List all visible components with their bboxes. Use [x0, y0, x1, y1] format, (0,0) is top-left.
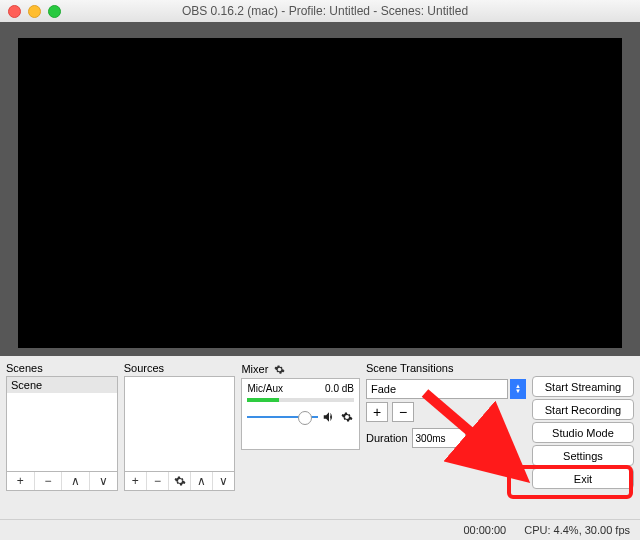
gear-icon[interactable]: [272, 362, 286, 376]
scene-item[interactable]: Scene: [7, 377, 117, 393]
controls-column: Start Streaming Start Recording Studio M…: [532, 362, 634, 491]
mixer-channel-name: Mic/Aux: [247, 383, 283, 394]
sources-list[interactable]: [124, 376, 236, 472]
start-streaming-button[interactable]: Start Streaming: [532, 376, 634, 397]
transition-remove-button[interactable]: −: [392, 402, 414, 422]
duration-row: Duration 300ms ▴▾: [366, 427, 526, 449]
mixer-label: Mixer: [241, 362, 360, 376]
transitions-label: Scene Transitions: [366, 362, 526, 374]
status-bar: 00:00:00 CPU: 4.4%, 30.00 fps: [0, 519, 640, 540]
scenes-remove-button[interactable]: −: [35, 472, 63, 490]
transitions-panel: Scene Transitions Fade ▲▼ + − Duration 3…: [366, 362, 526, 491]
studio-mode-button[interactable]: Studio Mode: [532, 422, 634, 443]
video-preview[interactable]: [18, 38, 622, 348]
status-cpu: CPU: 4.4%, 30.00 fps: [524, 524, 630, 536]
mixer-slider-row: [247, 410, 354, 424]
mixer-channel-level: 0.0 dB: [325, 383, 354, 394]
right-column: Scene Transitions Fade ▲▼ + − Duration 3…: [366, 362, 634, 491]
scenes-add-button[interactable]: +: [7, 472, 35, 490]
gear-icon[interactable]: [340, 410, 354, 424]
scenes-list[interactable]: Scene: [6, 376, 118, 472]
start-recording-button[interactable]: Start Recording: [532, 399, 634, 420]
speaker-icon[interactable]: [322, 410, 336, 424]
select-stepper-icon[interactable]: ▲▼: [510, 379, 526, 399]
scenes-down-button[interactable]: ∨: [90, 472, 117, 490]
mixer-meter: [247, 398, 354, 402]
mixer-channel-head: Mic/Aux 0.0 dB: [247, 383, 354, 394]
sources-down-button[interactable]: ∨: [213, 472, 234, 490]
scenes-panel: Scenes Scene + − ∧ ∨: [6, 362, 118, 491]
window-title: OBS 0.16.2 (mac) - Profile: Untitled - S…: [18, 4, 632, 18]
duration-input[interactable]: 300ms: [412, 428, 466, 448]
content-area: Scenes Scene + − ∧ ∨ Sources + −: [0, 22, 640, 540]
sources-up-button[interactable]: ∧: [191, 472, 213, 490]
sources-add-button[interactable]: +: [125, 472, 147, 490]
duration-stepper[interactable]: ▴▾: [470, 427, 484, 449]
scenes-label: Scenes: [6, 362, 118, 374]
duration-label: Duration: [366, 432, 408, 444]
transition-select[interactable]: Fade: [366, 379, 508, 399]
gear-icon: [173, 474, 187, 488]
mixer-panel: Mixer Mic/Aux 0.0 dB: [241, 362, 360, 491]
mixer-box: Mic/Aux 0.0 dB: [241, 378, 360, 450]
mixer-volume-slider[interactable]: [247, 416, 318, 418]
sources-remove-button[interactable]: −: [147, 472, 169, 490]
scenes-up-button[interactable]: ∧: [62, 472, 90, 490]
transition-add-button[interactable]: +: [366, 402, 388, 422]
transition-add-remove: + −: [366, 402, 526, 422]
preview-frame: [0, 22, 640, 356]
app-window: OBS 0.16.2 (mac) - Profile: Untitled - S…: [0, 0, 640, 540]
status-time: 00:00:00: [463, 524, 506, 536]
sources-controls: + − ∧ ∨: [124, 472, 236, 491]
sources-panel: Sources + − ∧ ∨: [124, 362, 236, 491]
titlebar: OBS 0.16.2 (mac) - Profile: Untitled - S…: [0, 0, 640, 23]
mixer-label-text: Mixer: [241, 363, 268, 375]
scenes-controls: + − ∧ ∨: [6, 472, 118, 491]
transition-select-row: Fade ▲▼: [366, 379, 526, 399]
slider-thumb[interactable]: [298, 411, 312, 425]
sources-label: Sources: [124, 362, 236, 374]
sources-config-button[interactable]: [169, 472, 191, 490]
exit-button[interactable]: Exit: [532, 468, 634, 489]
dock-panels: Scenes Scene + − ∧ ∨ Sources + −: [0, 356, 640, 493]
settings-button[interactable]: Settings: [532, 445, 634, 466]
